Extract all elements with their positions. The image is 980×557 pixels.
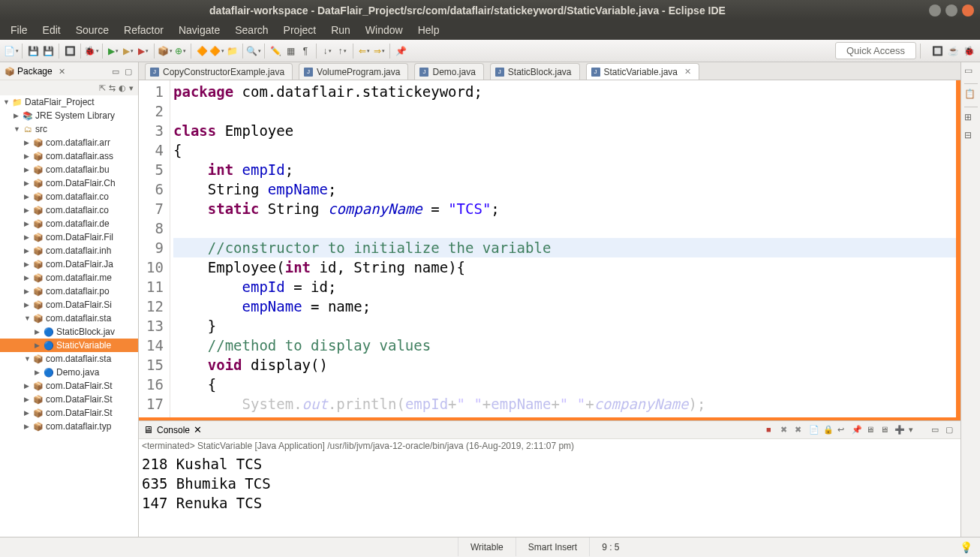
editor-tab[interactable]: JCopyConstructorExample.java [145, 63, 293, 80]
show-whitespace-button[interactable]: ¶ [299, 44, 312, 58]
tree-node[interactable]: ▼📦com.dataflair.sta [0, 352, 138, 366]
tip-bulb-icon[interactable]: 💡 [952, 541, 980, 553]
tree-node[interactable]: ▶📦com.DataFlair.St [0, 379, 138, 393]
new-package-button[interactable]: 📦 [158, 44, 172, 58]
remove-launch-button[interactable]: ✖ [780, 425, 791, 435]
console-menu-icon[interactable]: ▾ [909, 425, 919, 435]
outline-icon[interactable]: ⊞ [964, 112, 978, 125]
close-console-tab-icon[interactable]: ✕ [194, 424, 202, 435]
tree-node[interactable]: ▶🔵StaticBlock.jav [0, 325, 138, 339]
minimize-console-icon[interactable]: ▭ [931, 425, 942, 435]
tree-node[interactable]: ▶📦com.dataflair.typ [0, 420, 138, 433]
task-list-icon[interactable]: 📋 [964, 89, 978, 102]
maximize-view-icon[interactable]: ▢ [125, 67, 134, 76]
debug-perspective-button-2[interactable]: 🐞 [962, 44, 975, 58]
debug-perspective-button[interactable]: 🐞 [85, 44, 98, 58]
tree-node[interactable]: ▶📦com.dataflair.po [0, 285, 138, 298]
menu-refactor[interactable]: Refactor [116, 24, 171, 36]
new-console-button[interactable]: ➕ [894, 425, 905, 435]
editor-tab[interactable]: JDemo.java [414, 63, 483, 80]
open-perspective-button[interactable]: 🔲 [930, 44, 944, 58]
close-tab-icon[interactable]: ✕ [684, 67, 691, 77]
focus-task-icon[interactable]: ◐ [119, 83, 126, 93]
forward-button[interactable]: ⇒ [372, 44, 386, 58]
maximize-console-icon[interactable]: ▢ [945, 425, 956, 435]
console-output[interactable]: 218 Kushal TCS 635 Bhumika TCS 147 Renuk… [139, 453, 960, 537]
run-button[interactable]: ▶ [107, 44, 120, 58]
java-perspective-button[interactable]: ☕ [946, 44, 960, 58]
search-button[interactable]: 🔍 [247, 44, 260, 58]
word-wrap-button[interactable]: ↩ [837, 425, 848, 435]
open-task-button[interactable]: 📁 [225, 44, 239, 58]
tree-node[interactable]: ▶📦com.DataFlair.St [0, 393, 138, 406]
tree-node[interactable]: ▶📦com.DataFlair.Fil [0, 230, 138, 244]
open-type-button[interactable]: 🔶 [195, 44, 209, 58]
tree-node[interactable]: ▶📦com.dataflair.me [0, 271, 138, 285]
clear-console-button[interactable]: 📄 [809, 425, 819, 435]
terminate-button[interactable]: ■ [766, 425, 777, 435]
tree-node[interactable]: ▶🔵StaticVariable [0, 339, 138, 352]
collapse-all-icon[interactable]: ⇱ [99, 83, 106, 93]
editor-code-area[interactable]: package com.dataflair.statickeyword; cla… [170, 80, 960, 417]
scroll-lock-button[interactable]: 🔒 [823, 425, 834, 435]
hierarchy-icon[interactable]: ⊟ [964, 130, 978, 143]
package-tree[interactable]: ▼📁DataFlair_Project▶📚JRE System Library▼… [0, 95, 138, 537]
tree-node[interactable]: ▼🗂src [0, 122, 138, 136]
new-type-button[interactable]: ⊕ [173, 44, 187, 58]
switch-editor-button[interactable]: 🔲 [63, 44, 77, 58]
coverage-button[interactable]: ▶ [122, 44, 135, 58]
prev-annotation-button[interactable]: ↑ [335, 44, 349, 58]
pin-console-button[interactable]: 📌 [852, 425, 862, 435]
window-maximize-button[interactable] [945, 5, 957, 17]
tree-node[interactable]: ▶📚JRE System Library [0, 109, 138, 122]
run-last-button[interactable]: ▶ [137, 44, 150, 58]
open-console-button[interactable]: 🖥 [880, 425, 891, 435]
quick-access-input[interactable]: Quick Access [835, 42, 916, 59]
menu-source[interactable]: Source [68, 24, 116, 36]
view-menu-icon[interactable]: ▾ [129, 83, 134, 93]
toggle-mark-button[interactable]: ✏️ [269, 44, 282, 58]
tree-node[interactable]: ▶📦com.DataFlair.Ch [0, 176, 138, 190]
editor-tab[interactable]: JVolumeProgram.java [299, 63, 408, 80]
editor-tab[interactable]: JStaticVariable.java✕ [586, 63, 700, 80]
toggle-block-button[interactable]: ▦ [284, 44, 297, 58]
tree-node[interactable]: ▶📦com.dataflair.co [0, 203, 138, 217]
window-close-button[interactable] [962, 5, 974, 17]
save-button[interactable]: 💾 [26, 44, 40, 58]
tree-node[interactable]: ▶📦com.dataflair.arr [0, 136, 138, 149]
tree-node[interactable]: ▼📁DataFlair_Project [0, 95, 138, 109]
tree-node[interactable]: ▶🔵Demo.java [0, 366, 138, 379]
tree-node[interactable]: ▼📦com.dataflair.sta [0, 312, 138, 325]
tree-node[interactable]: ▶📦com.dataflair.de [0, 217, 138, 230]
link-editor-icon[interactable]: ⇆ [109, 83, 116, 93]
menu-help[interactable]: Help [410, 24, 447, 36]
code-editor[interactable]: 1234567891011121314151617 package com.da… [139, 80, 960, 417]
save-all-button[interactable]: 💾 [41, 44, 55, 58]
tree-node[interactable]: ▶📦com.dataflair.bu [0, 163, 138, 176]
restore-view-icon[interactable]: ▭ [964, 65, 978, 79]
menu-project[interactable]: Project [276, 24, 324, 36]
menu-file[interactable]: File [3, 24, 35, 36]
tree-node[interactable]: ▶📦com.dataflair.co [0, 190, 138, 203]
pin-editor-button[interactable]: 📌 [394, 44, 407, 58]
new-class-button[interactable]: 🔶 [210, 44, 224, 58]
tree-node[interactable]: ▶📦com.DataFlair.St [0, 406, 138, 420]
menu-edit[interactable]: Edit [35, 24, 68, 36]
next-annotation-button[interactable]: ↓ [320, 44, 334, 58]
back-button[interactable]: ⇐ [357, 44, 371, 58]
window-minimize-button[interactable] [929, 5, 941, 17]
tree-node[interactable]: ▶📦com.DataFlair.Ja [0, 257, 138, 271]
minimize-view-icon[interactable]: ▭ [112, 67, 121, 76]
menu-window[interactable]: Window [358, 24, 410, 36]
close-view-icon[interactable]: ✕ [59, 67, 68, 76]
tree-node[interactable]: ▶📦com.dataflair.inh [0, 244, 138, 257]
remove-all-button[interactable]: ✖ [795, 425, 805, 435]
menu-search[interactable]: Search [227, 24, 275, 36]
display-selected-button[interactable]: 🖥 [866, 425, 876, 435]
tree-node[interactable]: ▶📦com.DataFlair.Si [0, 298, 138, 312]
tree-node[interactable]: ▶📦com.dataflair.ass [0, 149, 138, 163]
menu-run[interactable]: Run [323, 24, 358, 36]
menu-navigate[interactable]: Navigate [171, 24, 227, 36]
new-button[interactable]: 📄 [5, 44, 18, 58]
editor-tab[interactable]: JStaticBlock.java [490, 63, 580, 80]
